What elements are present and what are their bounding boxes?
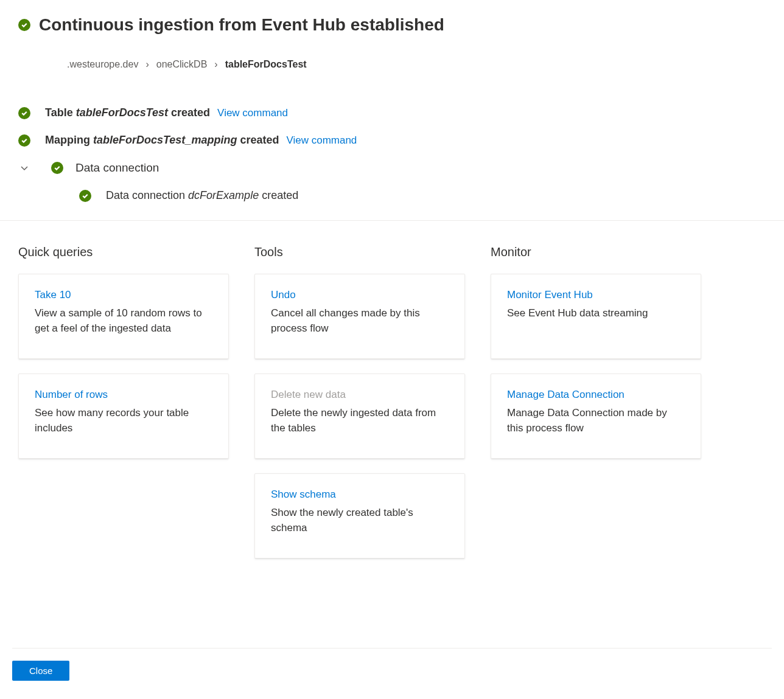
card-desc: Delete the newly ingested data from the … [271,406,449,436]
card-number-of-rows[interactable]: Number of rows See how many records your… [18,374,229,459]
chevron-down-icon [18,163,30,173]
card-desc: Manage Data Connection made by this proc… [507,406,685,436]
success-check-icon [51,162,63,174]
close-button[interactable]: Close [12,661,69,681]
card-desc: Show the newly created table's schema [271,506,449,535]
card-title[interactable]: Show schema [271,489,449,501]
card-title[interactable]: Undo [271,289,449,301]
card-take-10[interactable]: Take 10 View a sample of 10 random rows … [18,274,229,359]
success-check-icon [18,107,30,119]
card-title[interactable]: Take 10 [35,289,212,301]
card-manage-data-connection[interactable]: Manage Data Connection Manage Data Conne… [491,374,701,459]
view-command-link[interactable]: View command [286,134,357,147]
section-header: Tools [254,245,465,259]
section-header: Monitor [491,245,701,259]
card-title[interactable]: Number of rows [35,389,212,401]
chevron-right-icon: › [145,59,149,70]
status-text: Table tableForDocsTest created [45,106,210,119]
success-check-icon [18,134,30,147]
card-desc: Cancel all changes made by this process … [271,306,449,336]
success-check-icon [18,19,30,31]
card-delete-new-data: Delete new data Delete the newly ingeste… [254,374,465,459]
quick-queries-section: Quick queries Take 10 View a sample of 1… [18,245,229,573]
status-text: Mapping tableForDocsTest_mapping created [45,134,279,147]
card-desc: See Event Hub data streaming [507,306,685,321]
monitor-section: Monitor Monitor Event Hub See Event Hub … [491,245,701,573]
card-title[interactable]: Manage Data Connection [507,389,685,401]
page-title: Continuous ingestion from Event Hub esta… [39,15,444,35]
card-show-schema[interactable]: Show schema Show the newly created table… [254,473,465,558]
view-command-link[interactable]: View command [217,107,288,119]
status-text: Data connection dcForExample created [106,189,298,202]
divider [0,220,784,221]
section-header: Quick queries [18,245,229,259]
card-title[interactable]: Monitor Event Hub [507,289,685,301]
success-check-icon [79,190,91,202]
card-title: Delete new data [271,389,449,401]
card-undo[interactable]: Undo Cancel all changes made by this pro… [254,274,465,359]
card-desc: View a sample of 10 random rows to get a… [35,306,212,336]
data-connection-expandable[interactable]: Data connection [18,161,766,175]
card-desc: See how many records your table includes [35,406,212,436]
breadcrumb: .westeurope.dev › oneClickDB › tableForD… [67,59,766,70]
tools-section: Tools Undo Cancel all changes made by th… [254,245,465,573]
breadcrumb-item-cluster[interactable]: .westeurope.dev [67,59,138,70]
status-table-created: Table tableForDocsTest created View comm… [18,106,766,119]
breadcrumb-item-table: tableForDocsTest [225,59,307,70]
status-mapping-created: Mapping tableForDocsTest_mapping created… [18,134,766,147]
card-monitor-event-hub[interactable]: Monitor Event Hub See Event Hub data str… [491,274,701,359]
divider [12,648,772,649]
chevron-right-icon: › [214,59,217,70]
data-connection-title: Data connection [75,161,159,175]
breadcrumb-item-database[interactable]: oneClickDB [156,59,208,70]
status-data-connection-created: Data connection dcForExample created [79,189,766,202]
